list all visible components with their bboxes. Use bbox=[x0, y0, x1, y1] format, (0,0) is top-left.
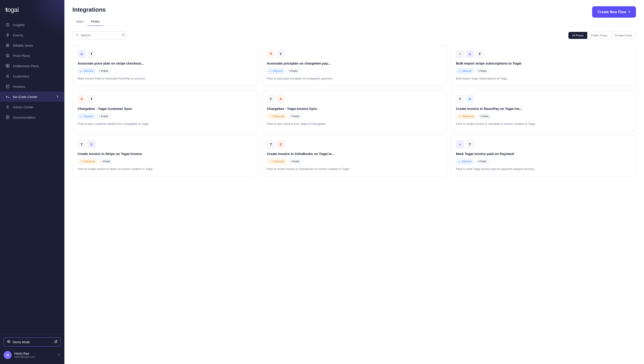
flow-title: Create Invoice in RazorPay on Togai inv.… bbox=[456, 106, 631, 111]
visibility-badge: • Public bbox=[475, 159, 489, 164]
page-header: Integrations Create New Flow + Apps Flow… bbox=[64, 0, 644, 26]
service-icon: S bbox=[87, 140, 95, 148]
flow-card[interactable]: S T Associate price plan on stripe check… bbox=[72, 45, 258, 86]
chevron-right-icon bbox=[56, 95, 59, 99]
search-input[interactable] bbox=[81, 34, 120, 37]
card-icons: S T bbox=[78, 50, 253, 58]
card-badges: ↗ Outbound • Public bbox=[267, 114, 442, 119]
card-icons: T R bbox=[456, 95, 631, 103]
flow-card[interactable]: ✳ T Associate priceplan on chargebee pay… bbox=[262, 45, 447, 86]
sidebar-item-price-plans[interactable]: Price Plans bbox=[0, 50, 64, 61]
tab-apps[interactable]: Apps bbox=[72, 17, 87, 26]
filter-all-flows[interactable]: All Flows bbox=[568, 32, 587, 39]
sidebar-item-admin-center[interactable]: Admin Center bbox=[0, 102, 64, 112]
flow-card[interactable]: T S Create Invoice in Stripe on Togai in… bbox=[72, 135, 258, 176]
direction-badge: ↗ Outbound bbox=[78, 159, 98, 164]
sidebar-item-label: Customers bbox=[13, 74, 29, 78]
visibility-badge: • Public bbox=[477, 114, 491, 119]
sidebar-bottom: Demo Mode H Harini Raa harini@togai.com bbox=[0, 334, 64, 364]
sidebar-item-no-code-center[interactable]: No-Code Center bbox=[0, 92, 64, 102]
sidebar-item-events[interactable]: Events bbox=[0, 30, 64, 40]
flow-card[interactable]: T Z Create Invoice in ZohoBooks on Togai… bbox=[262, 135, 447, 176]
visibility-badge: • Public bbox=[475, 68, 489, 74]
flow-title: Chargebee - Togai Invoice Sync bbox=[267, 106, 442, 111]
flow-card[interactable]: T R Create Invoice in RazorPay on Togai … bbox=[451, 90, 636, 131]
svg-point-11 bbox=[8, 341, 9, 342]
user-info[interactable]: H Harini Raa harini@togai.com bbox=[4, 350, 61, 360]
sidebar-item-insights[interactable]: Insights bbox=[0, 20, 64, 30]
service-icon: T bbox=[267, 140, 275, 148]
sidebar-nav: Insights Events Billable Items Price Pla… bbox=[0, 18, 64, 334]
service-icon: ✳ bbox=[78, 95, 86, 103]
events-icon bbox=[5, 33, 10, 37]
flow-description: Bulk import stripe subscriptions to Toga… bbox=[456, 76, 631, 81]
eye-icon bbox=[7, 340, 11, 344]
tab-flows[interactable]: Flows bbox=[87, 17, 103, 26]
demo-mode-label: Demo Mode bbox=[13, 340, 30, 344]
search-box[interactable] bbox=[72, 31, 126, 39]
svg-rect-8 bbox=[6, 85, 9, 88]
svg-rect-3 bbox=[6, 64, 7, 66]
flow-description: Flow to create invoice in stripe on invo… bbox=[78, 167, 253, 171]
sidebar-item-entitlement-plans[interactable]: Entitlement Plans bbox=[0, 61, 64, 71]
service-icon: ✳ bbox=[277, 95, 285, 103]
visibility-badge: • Public bbox=[286, 68, 300, 74]
flow-card[interactable]: ≡ S T Bulk import stripe subscriptions t… bbox=[451, 45, 636, 86]
svg-point-7 bbox=[7, 75, 9, 76]
sidebar-item-billable-items[interactable]: Billable Items bbox=[0, 40, 64, 50]
flow-card[interactable]: T ✳ Chargebee - Togai Invoice Sync ↗ Out… bbox=[262, 90, 447, 131]
filter-public-flows[interactable]: Public Flows bbox=[587, 32, 611, 39]
sidebar-item-documentation[interactable]: Documentation bbox=[0, 112, 64, 122]
service-icon: S bbox=[466, 50, 474, 58]
customers-icon bbox=[5, 74, 10, 78]
user-email: harini@togai.com bbox=[14, 355, 55, 358]
flow-description: Flow to sync customer details from Charg… bbox=[78, 122, 253, 126]
sidebar-item-customers[interactable]: Customers bbox=[0, 71, 64, 81]
card-icons: T S bbox=[78, 140, 253, 148]
service-icon: S bbox=[78, 50, 86, 58]
logo-text: togai bbox=[5, 6, 19, 14]
card-icons: T ✳ bbox=[267, 95, 442, 103]
filter-private-flows[interactable]: Private Flows bbox=[611, 32, 636, 39]
card-badges: ↙ Inbound • Public bbox=[456, 159, 631, 164]
user-name: Harini Raa bbox=[14, 352, 55, 355]
flow-title: Create Invoice in ZohoBooks on Togai In.… bbox=[267, 152, 442, 156]
flow-title: Bulk import stripe subscriptions to Toga… bbox=[456, 61, 631, 66]
page-title: Integrations bbox=[72, 6, 106, 13]
flows-grid: S T Associate price plan on stripe check… bbox=[72, 45, 636, 176]
svg-rect-6 bbox=[8, 66, 9, 68]
card-icons: ✳ T bbox=[78, 95, 253, 103]
visibility-badge: • Public bbox=[288, 159, 302, 164]
sidebar-item-label: Billable Items bbox=[13, 44, 33, 47]
flow-card[interactable]: ✳ T Chargebee - Togai Customer Sync ↙ In… bbox=[72, 90, 258, 131]
service-icon: T bbox=[466, 140, 474, 148]
flow-title: Mark Togai invoice paid on Paystack bbox=[456, 152, 631, 156]
invoices-icon bbox=[5, 84, 10, 89]
direction-badge: ↙ Inbound bbox=[456, 159, 474, 164]
flow-title: Chargebee - Togai Customer Sync bbox=[78, 106, 253, 111]
service-icon: T bbox=[456, 95, 464, 103]
service-icon: T bbox=[78, 140, 86, 148]
main-content: Integrations Create New Flow + Apps Flow… bbox=[64, 0, 644, 364]
sidebar-item-label: Insights bbox=[13, 23, 25, 27]
card-badges: ↙ Inbound • Public bbox=[78, 68, 253, 74]
price-plans-icon bbox=[5, 53, 10, 58]
flow-card[interactable]: ≡ T Mark Togai invoice paid on Paystack … bbox=[451, 135, 636, 176]
svg-point-9 bbox=[7, 106, 8, 108]
billable-items-icon bbox=[5, 43, 10, 48]
no-code-center-icon bbox=[5, 94, 10, 99]
search-clear-icon bbox=[122, 33, 125, 37]
svg-rect-4 bbox=[8, 64, 9, 66]
direction-badge: ↙ Inbound bbox=[78, 68, 95, 74]
create-flow-label: Create New Flow bbox=[597, 10, 626, 14]
admin-center-icon bbox=[5, 105, 10, 109]
card-badges: ↙ Inbound • Public bbox=[78, 114, 253, 119]
card-badges: ↙ Inbound • Public bbox=[456, 68, 631, 74]
create-new-flow-button[interactable]: Create New Flow + bbox=[592, 6, 636, 18]
demo-mode-button[interactable]: Demo Mode bbox=[4, 338, 61, 346]
service-icon: Z bbox=[277, 140, 285, 148]
card-icons: ✳ T bbox=[267, 50, 442, 58]
visibility-badge: • Public bbox=[99, 159, 113, 164]
sidebar-item-invoices[interactable]: Invoices bbox=[0, 81, 64, 92]
service-icon: ≡ bbox=[456, 140, 464, 148]
